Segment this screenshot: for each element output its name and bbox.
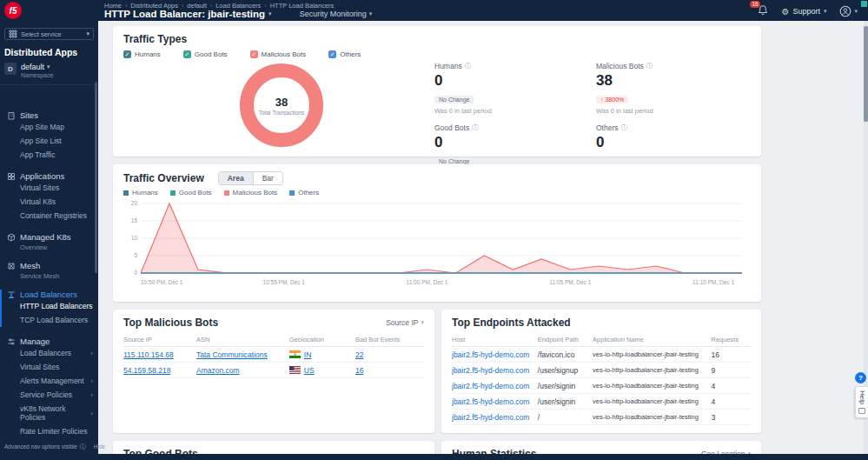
sidebar-item-manage-load-balancers[interactable]: Load Balancers› [7,346,98,360]
endpoint-path: /user/signin [538,397,593,406]
nav-section-manage: Manage Load Balancers› Virtual Sites Ale… [0,337,98,437]
source-ip-link[interactable]: 54.159.58.218 [123,366,170,375]
donut-center: 38 Total Transactions [235,60,328,150]
sidebar-item-app-traffic[interactable]: App Traffic [7,148,98,162]
sidebar-item-service-policies[interactable]: Service Policies› [7,388,98,402]
chevron-right-icon: › [90,391,93,399]
notifications-button[interactable]: 16 [758,3,768,19]
svg-text:0: 0 [134,270,137,276]
stat-value: 38 [596,72,758,90]
sidebar-item-alerts-management[interactable]: Alerts Management› [7,374,98,388]
group-by-source-ip-dropdown[interactable]: Source IP ▾ [386,318,424,327]
host-link[interactable]: jbair2.f5-hyd-demo.com [452,366,529,375]
sidebar-item-container-registries[interactable]: Container Registries [7,209,98,223]
us-flag-icon [289,366,301,374]
chevron-right-icon: › [90,410,93,417]
nav-section-sites: Sites App Site Map App Site List App Tra… [0,110,98,162]
help-button[interactable]: ? [855,372,866,383]
filter-good-bots[interactable]: ✓ Good Bots [183,50,228,58]
section-title: Mesh [20,261,40,270]
sidebar-item-http-load-balancers[interactable]: HTTP Load Balancers [7,299,98,313]
sidebar-section-sites[interactable]: Sites [7,110,98,120]
info-icon[interactable]: ⓘ [80,443,86,451]
geo-link[interactable]: US [304,366,315,375]
info-icon[interactable]: ⓘ [472,123,479,132]
traffic-overview-title: Traffic Overview [123,172,204,184]
service-selector[interactable]: Select service ▾ [4,28,94,40]
hide-nav-link[interactable]: Hide [94,443,105,450]
top-endpoints-attacked-card: Top Endpoints Attacked Host Endpoint Pat… [441,310,761,433]
account-menu[interactable]: ▾ [839,5,858,17]
chevron-right-icon: › [182,3,183,9]
chevron-down-icon: ▾ [86,30,89,37]
asn-link[interactable]: Amazon.com [196,366,240,375]
host-link[interactable]: jbair2.f5-hyd-demo.com [452,350,529,359]
sidebar-item-app-site-map[interactable]: App Site Map [7,120,98,134]
table-header: Host Endpoint Path Application Name Requ… [452,333,751,347]
table-row: jbair2.f5-hyd-demo.com /user/signin ves-… [452,394,751,410]
stat-value: 0 [596,134,758,151]
question-icon: ? [858,374,863,382]
sidebar-item-rate-limiter-policies[interactable]: Rate Limiter Policies [7,424,98,437]
traffic-stats: Humansⓘ 0 No Change Was 0 in last period… [434,62,758,177]
sidebar-item-virtual-k8s[interactable]: Virtual K8s [7,195,98,209]
info-icon[interactable]: ⓘ [621,123,628,132]
section-title: Manage [20,337,50,346]
sidebar-section-managed-k8s[interactable]: Managed K8s [7,232,98,242]
scrollbar-thumb[interactable] [864,26,868,122]
bad-bot-events-link[interactable]: 16 [355,366,363,375]
chevron-down-icon: ▾ [824,8,827,15]
filter-malicious-bots[interactable]: ✓ Malicious Bots [250,50,307,58]
svg-text:11:10 PM, Dec 1: 11:10 PM, Dec 1 [692,279,734,285]
sidebar-item-vk8s-network-policies[interactable]: vK8s Network Policies› [7,402,98,424]
sidebar-item-overview[interactable]: Overview [7,243,98,251]
chevron-down-icon[interactable]: ▾ [268,10,272,17]
filter-others[interactable]: ✓ Others [328,50,361,58]
bottom-bar [0,454,868,460]
filter-humans[interactable]: ✓ Humans [123,50,161,58]
stat-humans: Humansⓘ 0 No Change Was 0 in last period [434,62,596,115]
sidebar-nav: Sites App Site Map App Site List App Tra… [0,101,98,437]
security-monitoring-label: Security Monitoring [300,10,367,18]
sidebar-section-mesh[interactable]: Mesh [7,261,98,270]
sidebar-item-service-mesh[interactable]: Service Mesh [7,272,98,280]
sidebar-section-manage[interactable]: Manage [7,337,98,346]
total-transactions-value: 38 [275,96,288,109]
status-badge: No Change [434,96,474,103]
chevron-right-icon: › [125,3,127,9]
host-link[interactable]: jbair2.f5-hyd-demo.com [452,397,529,406]
geo-link[interactable]: IN [304,350,312,359]
help-tab[interactable]: Help [855,386,868,418]
sidebar-item-manage-virtual-sites[interactable]: Virtual Sites [7,360,98,374]
namespace-selector[interactable]: D default ▾ Namespace [4,63,94,78]
top-good-bots-title: Top Good Bots [123,448,424,454]
bad-bot-events-link[interactable]: 22 [355,350,363,359]
asn-link[interactable]: Tata Communications [196,350,268,359]
help-widget: ? Help [855,372,868,418]
info-icon[interactable]: ⓘ [465,62,472,70]
sidebar-section-load-balancers[interactable]: Load Balancers [7,290,98,299]
host-link[interactable]: jbair2.f5-hyd-demo.com [452,413,529,422]
endpoints-table: Host Endpoint Path Application Name Requ… [452,333,751,425]
feedback-icon [858,408,865,414]
sidebar-item-virtual-sites[interactable]: Virtual Sites [7,181,98,195]
legend-swatch [289,190,295,196]
security-monitoring-menu[interactable]: Security Monitoring ▾ [300,10,373,18]
sidebar-item-tcp-load-balancers[interactable]: TCP Load Balancers [7,313,98,327]
f5-logo[interactable]: f5 [4,2,22,19]
info-icon[interactable]: ⓘ [646,62,653,70]
help-label: Help [858,390,866,404]
source-ip-link[interactable]: 115.110.154.68 [123,350,174,359]
sidebar-item-app-site-list[interactable]: App Site List [7,134,98,148]
host-link[interactable]: jbair2.f5-hyd-demo.com [452,382,529,390]
sidebar-section-applications[interactable]: Applications [7,171,98,181]
advanced-nav-label: Advanced nav options visible [4,443,77,450]
toggle-bar-button[interactable]: Bar [253,172,282,184]
sidebar-scrollbar[interactable] [95,82,97,273]
page-title-row: HTTP Load Balancer: jbair-testing ▾ Secu… [104,9,372,19]
grid-icon [9,30,17,38]
toggle-area-button[interactable]: Area [219,172,253,184]
support-menu[interactable]: ⚙ Support ▾ [781,7,826,17]
stat-malicious-bots: Malicious Botsⓘ 38 ↑ 3800% Was 0 in last… [596,62,758,115]
section-title: Load Balancers [20,290,77,299]
